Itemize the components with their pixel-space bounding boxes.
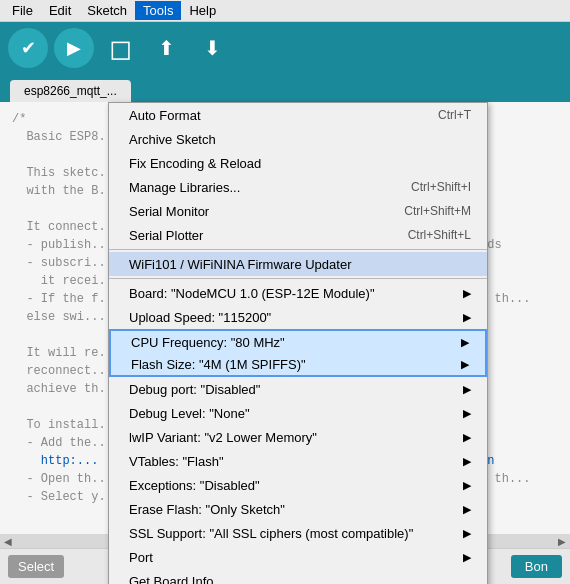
menu-port[interactable]: Port ▶ <box>109 545 487 569</box>
select-label: Select <box>8 555 64 578</box>
divider-2 <box>109 278 487 279</box>
menu-file[interactable]: File <box>4 1 41 20</box>
menu-serial-monitor[interactable]: Serial Monitor Ctrl+Shift+M <box>109 199 487 223</box>
menu-wifi-updater[interactable]: WiFi101 / WiFiNINA Firmware Updater <box>109 252 487 276</box>
menu-cpu-freq[interactable]: CPU Frequency: "80 MHz" ▶ <box>109 329 487 353</box>
upload-button[interactable]: ▶ <box>54 28 94 68</box>
scroll-right-arrow[interactable]: ▶ <box>554 536 570 547</box>
new-button[interactable]: ◻ <box>100 28 140 68</box>
menu-upload-speed[interactable]: Upload Speed: "115200" ▶ <box>109 305 487 329</box>
menu-ssl-support[interactable]: SSL Support: "All SSL ciphers (most comp… <box>109 521 487 545</box>
menu-lwip[interactable]: lwIP Variant: "v2 Lower Memory" ▶ <box>109 425 487 449</box>
divider-1 <box>109 249 487 250</box>
menu-board[interactable]: Board: "NodeMCU 1.0 (ESP-12E Module)" ▶ <box>109 281 487 305</box>
menu-exceptions[interactable]: Exceptions: "Disabled" ▶ <box>109 473 487 497</box>
menu-get-board-info[interactable]: Get Board Info <box>109 569 487 584</box>
verify-button[interactable]: ✔ <box>8 28 48 68</box>
tools-dropdown: Auto Format Ctrl+T Archive Sketch Fix En… <box>108 102 488 584</box>
menu-debug-level[interactable]: Debug Level: "None" ▶ <box>109 401 487 425</box>
bon-label: Bon <box>511 555 562 578</box>
menu-serial-plotter[interactable]: Serial Plotter Ctrl+Shift+L <box>109 223 487 247</box>
save-button[interactable]: ⬇ <box>192 28 232 68</box>
menu-auto-format[interactable]: Auto Format Ctrl+T <box>109 103 487 127</box>
menu-help[interactable]: Help <box>181 1 224 20</box>
menu-erase-flash[interactable]: Erase Flash: "Only Sketch" ▶ <box>109 497 487 521</box>
menu-archive-sketch[interactable]: Archive Sketch <box>109 127 487 151</box>
menu-debug-port[interactable]: Debug port: "Disabled" ▶ <box>109 377 487 401</box>
tab-sketch[interactable]: esp8266_mqtt_... <box>10 80 131 102</box>
menu-flash-size[interactable]: Flash Size: "4M (1M SPIFFS)" ▶ <box>109 353 487 377</box>
menu-tools[interactable]: Tools <box>135 1 181 20</box>
tab-bar: esp8266_mqtt_... <box>0 74 570 102</box>
menu-edit[interactable]: Edit <box>41 1 79 20</box>
scroll-left-arrow[interactable]: ◀ <box>0 536 16 547</box>
toolbar: ✔ ▶ ◻ ⬆ ⬇ <box>0 22 570 74</box>
menu-bar: File Edit Sketch Tools Help <box>0 0 570 22</box>
menu-vtables[interactable]: VTables: "Flash" ▶ <box>109 449 487 473</box>
menu-sketch[interactable]: Sketch <box>79 1 135 20</box>
open-button[interactable]: ⬆ <box>146 28 186 68</box>
menu-fix-encoding[interactable]: Fix Encoding & Reload <box>109 151 487 175</box>
menu-manage-libraries[interactable]: Manage Libraries... Ctrl+Shift+I <box>109 175 487 199</box>
